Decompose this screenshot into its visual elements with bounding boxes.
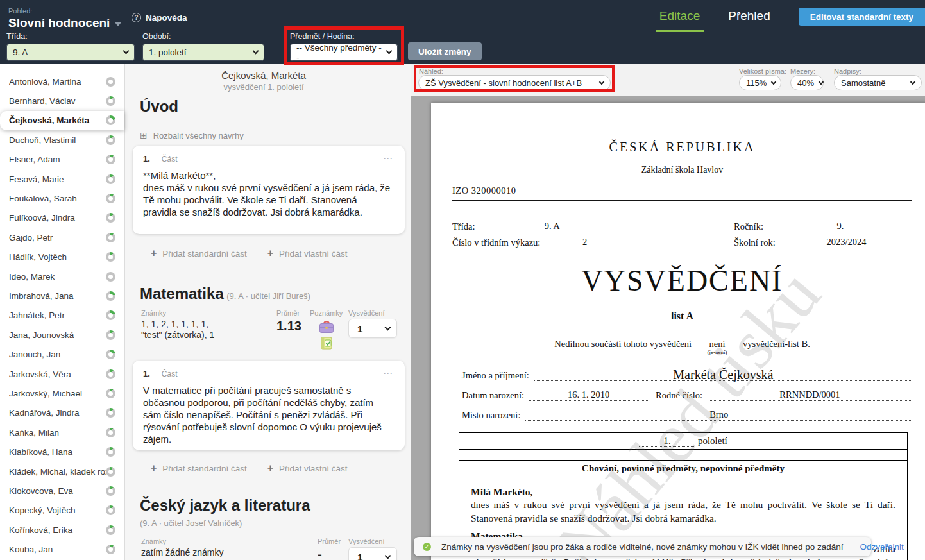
- student-row[interactable]: Imbrahová, Jana: [0, 286, 124, 305]
- more-options-icon[interactable]: ⋯: [383, 156, 393, 161]
- student-row[interactable]: Kadnářová, Jindra: [0, 403, 124, 423]
- spacing-value: 40%: [797, 78, 814, 88]
- student-name: Antoniová, Martina: [9, 77, 106, 87]
- add-standard-part-link[interactable]: + Přidat standardní část: [151, 462, 247, 474]
- edit-standard-texts-button[interactable]: Editovat standardní texty: [799, 8, 925, 26]
- progress-donut-icon: [106, 545, 115, 554]
- student-row[interactable]: Kopecký, Vojtěch: [0, 501, 124, 520]
- progress-donut-icon: [106, 155, 115, 164]
- section-meta-matematika: (9. A · učitel Jiří Bureš): [226, 291, 310, 301]
- grades-none: zatím žádné známky: [141, 547, 282, 558]
- student-row[interactable]: Kaňka, Milan: [0, 423, 124, 442]
- progress-donut-icon: [106, 447, 115, 457]
- period-select[interactable]: 1. pololetí: [142, 44, 264, 61]
- unpublish-link[interactable]: Odzveřejnit: [860, 542, 904, 552]
- progress-donut-icon: [106, 330, 115, 340]
- progress-donut-icon: [106, 115, 115, 125]
- student-row[interactable]: Jarkovský, Michael: [0, 384, 124, 403]
- assessment-editor-panel: Čejkovská, Markéta vysvědčení 1. pololet…: [125, 64, 411, 560]
- student-row[interactable]: Kouba, Jan: [0, 539, 124, 559]
- tab-prehled[interactable]: Přehled: [728, 9, 770, 24]
- subject-select[interactable]: -- Všechny předměty --: [290, 44, 398, 61]
- student-list-sidebar: Antoniová, MartinaBernhard, VáclavČejkov…: [0, 64, 125, 560]
- certificate-preview-panel: Náhled: ZŠ Vysvědčení - slovní hodnocení…: [411, 64, 925, 560]
- student-name: Fesová, Marie: [9, 174, 106, 184]
- doc-class-value: 9. A: [480, 221, 624, 232]
- student-row[interactable]: Kládek, Michal, kladek roz: [0, 462, 124, 481]
- save-changes-button[interactable]: Uložit změny: [408, 42, 482, 60]
- student-row[interactable]: Klokovcova, Eva: [0, 481, 124, 500]
- add-standard-label: Přidat standardní část: [162, 249, 246, 259]
- student-row[interactable]: Janouch, Jan: [0, 344, 124, 364]
- top-navigation-bar: Pohled: Slovní hodnocení ? Nápověda Edit…: [0, 0, 925, 64]
- chevron-down-icon: [910, 79, 915, 84]
- grades-visibility-toast: ✓ Známky na vysvědčení jsou pro žáka a r…: [414, 537, 871, 556]
- progress-donut-icon: [106, 194, 115, 203]
- more-options-icon[interactable]: ⋯: [383, 371, 393, 376]
- doc-integral-pre: Nedílnou součástí tohoto vysvědčení: [554, 339, 692, 349]
- student-row[interactable]: Jana, Jounovská: [0, 325, 124, 344]
- headings-select[interactable]: Samostatně: [834, 75, 922, 90]
- doc-birthdate-value: 16. 1. 2010: [529, 389, 648, 401]
- spacing-select[interactable]: 40%: [790, 75, 824, 90]
- tab-editace[interactable]: Editace: [659, 9, 700, 24]
- add-custom-part-link[interactable]: + Přidat vlastní část: [267, 462, 348, 474]
- expand-box-icon: ⊞: [140, 130, 148, 140]
- student-row[interactable]: Antoniová, Martina: [0, 72, 124, 91]
- student-row[interactable]: Kořínková, Erika: [0, 520, 124, 539]
- progress-donut-icon: [106, 77, 115, 87]
- student-row[interactable]: Ideo, Marek: [0, 267, 124, 286]
- student-row[interactable]: Fesová, Marie: [0, 169, 124, 189]
- chevron-down-icon: [385, 553, 391, 559]
- student-row[interactable]: Duchoň, Vlastimil: [0, 130, 124, 149]
- font-size-select[interactable]: 115%: [739, 75, 781, 90]
- plus-icon: +: [267, 462, 273, 474]
- progress-donut-icon: [106, 467, 115, 477]
- notebook-check-icon[interactable]: [320, 337, 333, 352]
- student-row[interactable]: Bernhard, Václav: [0, 91, 124, 110]
- grades-line1: 1, 1, 2, 1, 1, 1, 1,: [141, 319, 269, 330]
- add-custom-part-link[interactable]: + Přidat vlastní část: [267, 248, 348, 259]
- help-link[interactable]: ? Nápověda: [132, 13, 187, 22]
- student-row[interactable]: Hádlík, Vojtěch: [0, 248, 124, 267]
- expand-all-suggestions-link[interactable]: ⊞ Rozbalit všechny návrhy: [140, 130, 244, 140]
- add-standard-part-link[interactable]: + Přidat standardní část: [151, 248, 247, 259]
- doc-integral-sub: (je-není): [697, 349, 738, 355]
- part-label: Část: [162, 155, 178, 164]
- chevron-down-icon: [771, 79, 776, 84]
- average-value: 1.13: [276, 319, 301, 334]
- briefcase-icon[interactable]: [318, 319, 335, 336]
- certificate-grade-select-matematika[interactable]: 1: [348, 319, 397, 338]
- student-row[interactable]: Elsner, Adam: [0, 150, 124, 169]
- student-row[interactable]: Gajdo, Petr: [0, 228, 124, 247]
- part-number: 1.: [143, 154, 150, 164]
- matematika-part-card: 1. Část ⋯ V matematice při počítání prac…: [133, 361, 405, 450]
- certificate-grade-value: 1: [357, 552, 362, 560]
- student-row[interactable]: Čejkovská, Markéta: [0, 111, 124, 130]
- certificate-label: Vysvědčení: [348, 538, 397, 545]
- header-tabs: Editace Přehled Editovat standardní text…: [659, 0, 925, 33]
- plus-icon: +: [267, 248, 273, 259]
- chevron-down-icon: [386, 48, 393, 55]
- part-number: 1.: [143, 369, 150, 378]
- view-switcher[interactable]: Pohled: Slovní hodnocení: [8, 4, 121, 30]
- matematika-part-text[interactable]: V matematice při počítání pracuješ samos…: [143, 384, 393, 445]
- student-row[interactable]: Klabíková, Hana: [0, 442, 124, 461]
- section-title-matematika: Matematika: [140, 285, 224, 302]
- published-check-icon: ✓: [423, 543, 431, 551]
- student-row[interactable]: Jahnátek, Petr: [0, 306, 124, 325]
- preview-canvas: Náhled tisku ČESKÁ REPUBLIKA Základní šk…: [411, 96, 925, 560]
- student-row[interactable]: Foukalová, Sarah: [0, 189, 124, 208]
- chevron-down-icon: [819, 79, 824, 84]
- doc-semester-row: 1. pololetí: [459, 433, 907, 450]
- student-name: Jarkovský, Michael: [9, 389, 106, 398]
- student-row[interactable]: Jarkovská, Věra: [0, 364, 124, 384]
- preview-template-select[interactable]: ZŠ Vysvědčení - slovní hodnocení list A+…: [418, 75, 611, 90]
- uvod-part-text[interactable]: **Milá Markéto**, dnes máš v rukou své p…: [143, 169, 393, 218]
- certificate-grade-select-cestina[interactable]: 1: [348, 547, 397, 560]
- class-select[interactable]: 9. A: [6, 44, 135, 61]
- spacing-label: Mezery:: [790, 67, 815, 75]
- student-name: Jana, Jounovská: [9, 330, 106, 340]
- student-row[interactable]: Fulíkoová, Jindra: [0, 208, 124, 228]
- view-value[interactable]: Slovní hodnocení: [8, 16, 110, 30]
